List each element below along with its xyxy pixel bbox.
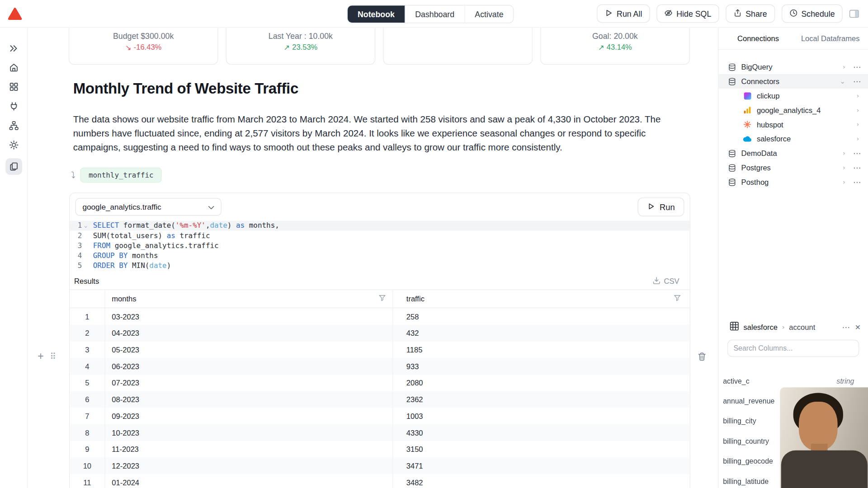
delete-cell-button[interactable] bbox=[698, 352, 707, 364]
more-options-icon[interactable]: ⋯ bbox=[853, 77, 861, 86]
chevron-right-icon[interactable]: › bbox=[857, 121, 859, 128]
kpi-card[interactable]: Last Year : 10.00k↗23.53% bbox=[226, 28, 376, 65]
app-logo-icon[interactable] bbox=[8, 7, 22, 21]
table-row[interactable]: 608-20232362 bbox=[70, 391, 689, 408]
add-cell-button[interactable]: + bbox=[38, 351, 44, 361]
notebook-canvas: Budget $300.00k↘-16.43%Last Year : 10.00… bbox=[28, 28, 718, 488]
run-all-button[interactable]: Run All bbox=[597, 5, 650, 23]
close-icon[interactable]: ✕ bbox=[855, 323, 861, 331]
cell-traffic: 1003 bbox=[393, 408, 689, 424]
dashboard-grid-icon[interactable] bbox=[5, 79, 22, 95]
gutter bbox=[82, 241, 90, 251]
drag-handle[interactable]: ⠿ bbox=[50, 351, 56, 361]
tab-dashboard[interactable]: Dashboard bbox=[405, 5, 465, 23]
inspector-connection[interactable]: salesforce bbox=[744, 323, 778, 331]
tree-item-posthog[interactable]: Posthog›⋯ bbox=[718, 175, 868, 189]
tree-item-salesforce[interactable]: salesforce› bbox=[718, 131, 868, 146]
table-row[interactable]: 709-20231003 bbox=[70, 408, 689, 424]
inspector-table[interactable]: account bbox=[789, 323, 815, 331]
code-line[interactable]: 2SUM(total_users) as traffic bbox=[70, 231, 689, 241]
table-row[interactable]: 911-20233150 bbox=[70, 441, 689, 458]
kpi-delta: ↘-16.43% bbox=[69, 43, 217, 52]
hide-sql-button[interactable]: Hide SQL bbox=[656, 5, 719, 23]
cell-months: 05-2023 bbox=[105, 342, 393, 358]
tree-item-google_analytics_4[interactable]: google_analytics_4› bbox=[718, 103, 868, 117]
row-index: 4 bbox=[70, 358, 105, 375]
tree-item-bigquery[interactable]: BigQuery›⋯ bbox=[718, 60, 868, 74]
row-index: 7 bbox=[70, 408, 105, 424]
arrow-up-right-icon: ↗ bbox=[283, 43, 290, 52]
table-row[interactable]: 507-20232080 bbox=[70, 375, 689, 391]
row-index: 2 bbox=[70, 325, 105, 342]
filter-icon[interactable] bbox=[674, 294, 681, 303]
more-options-icon[interactable]: ⋯ bbox=[853, 62, 861, 71]
more-options-icon[interactable]: ⋯ bbox=[853, 149, 861, 158]
kpi-card[interactable] bbox=[383, 28, 533, 65]
pages-icon[interactable] bbox=[5, 158, 22, 175]
tree-item-hubspot[interactable]: hubspot› bbox=[718, 117, 868, 132]
cell-months: 08-2023 bbox=[105, 391, 393, 408]
tree-item-demodata[interactable]: DemoData›⋯ bbox=[718, 146, 868, 160]
chevron-right-icon[interactable]: › bbox=[857, 135, 859, 143]
tab-notebook[interactable]: Notebook bbox=[348, 5, 405, 23]
clickup-icon bbox=[743, 91, 752, 100]
home-icon[interactable] bbox=[5, 59, 22, 76]
table-row[interactable]: 204-2023432 bbox=[70, 325, 689, 342]
webcam-overlay[interactable] bbox=[780, 387, 868, 488]
chevron-right-icon[interactable]: › bbox=[843, 150, 845, 157]
table-row[interactable]: 1101-20243482 bbox=[70, 474, 689, 488]
column-type: string bbox=[836, 377, 854, 385]
tree-item-postgres[interactable]: Postgres›⋯ bbox=[718, 160, 868, 175]
table-row[interactable]: 406-2023933 bbox=[70, 358, 689, 375]
chevron-right-icon[interactable]: › bbox=[843, 164, 845, 171]
settings-gear-icon[interactable] bbox=[5, 136, 22, 153]
download-csv-button[interactable]: CSV bbox=[653, 277, 679, 286]
integrations-plug-icon[interactable] bbox=[5, 98, 22, 115]
chevron-right-icon[interactable]: › bbox=[843, 63, 845, 71]
column-search-input[interactable] bbox=[727, 340, 859, 357]
cell-name-tag[interactable]: monthly_traffic bbox=[80, 168, 162, 183]
cell-traffic: 3150 bbox=[393, 441, 689, 458]
chevron-down-icon[interactable]: ⌄ bbox=[840, 77, 845, 85]
more-options-icon[interactable]: ⋯ bbox=[842, 323, 850, 332]
cell-traffic: 2080 bbox=[393, 375, 689, 391]
run-cell-button[interactable]: Run bbox=[638, 197, 684, 216]
more-options-icon[interactable]: ⋯ bbox=[853, 178, 861, 187]
right-panel-toggle-icon[interactable] bbox=[849, 8, 860, 19]
chevron-right-icon[interactable]: › bbox=[857, 106, 859, 114]
connections-tree: BigQuery›⋯Connectors⌄⋯clickup›google_ana… bbox=[718, 50, 868, 189]
code-line[interactable]: 5ORDER BY MIN(date) bbox=[70, 261, 689, 271]
code-line[interactable]: 1⌄SELECT format_date('%m-%Y',date) as mo… bbox=[70, 221, 689, 231]
source-select[interactable]: google_analytics.traffic bbox=[75, 198, 222, 216]
kpi-card[interactable]: Budget $300.00k↘-16.43% bbox=[69, 28, 218, 65]
row-index: 6 bbox=[70, 391, 105, 408]
table-row[interactable]: 810-20234330 bbox=[70, 424, 689, 441]
code-line[interactable]: 4GROUP BY months bbox=[70, 251, 689, 261]
expand-sidebar-icon[interactable] bbox=[5, 40, 22, 56]
more-options-icon[interactable]: ⋯ bbox=[853, 163, 861, 172]
tab-local-dataframes[interactable]: Local Dataframes bbox=[801, 34, 860, 42]
table-row[interactable]: 103-2023258 bbox=[70, 308, 689, 325]
kpi-card[interactable]: Goal: 20.00k↗43.14% bbox=[540, 28, 690, 65]
database-icon bbox=[727, 178, 736, 187]
tree-item-clickup[interactable]: clickup› bbox=[718, 89, 868, 103]
notebook-title[interactable]: Monthly Trend of Website Traffic bbox=[73, 80, 298, 98]
tab-connections[interactable]: Connections bbox=[737, 34, 779, 42]
notebook-paragraph[interactable]: The data shows our website traffic from … bbox=[73, 113, 679, 155]
results-table: months traffic 103-2023258204-2023432305… bbox=[70, 289, 689, 488]
table-inspector-header: salesforce › account ⋯ ✕ bbox=[718, 320, 868, 334]
table-row[interactable]: 1012-20233471 bbox=[70, 458, 689, 474]
chevron-right-icon[interactable]: › bbox=[857, 92, 859, 99]
table-row[interactable]: 305-20231185 bbox=[70, 342, 689, 358]
row-index: 5 bbox=[70, 375, 105, 391]
schedule-button[interactable]: Schedule bbox=[781, 5, 842, 23]
filter-icon[interactable] bbox=[379, 294, 386, 303]
workflow-icon[interactable] bbox=[5, 117, 22, 134]
code-line[interactable]: 3FROM google_analytics.traffic bbox=[70, 241, 689, 251]
chevron-right-icon[interactable]: › bbox=[843, 178, 845, 186]
tab-activate[interactable]: Activate bbox=[465, 5, 513, 23]
clock-icon bbox=[789, 9, 797, 19]
tree-item-connectors[interactable]: Connectors⌄⋯ bbox=[718, 74, 868, 89]
play-icon bbox=[604, 9, 613, 19]
share-button[interactable]: Share bbox=[726, 5, 775, 23]
